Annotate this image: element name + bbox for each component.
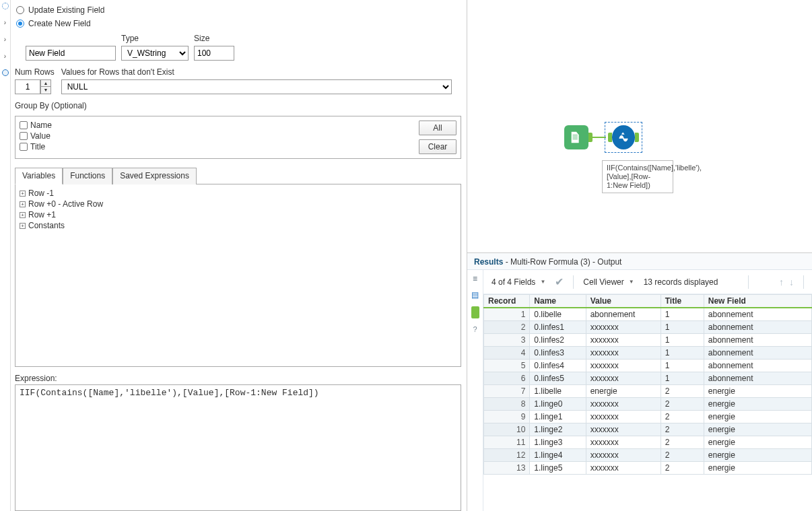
input-tool-icon	[564, 125, 588, 149]
expression-label: Expression:	[15, 374, 461, 383]
config-panel: Update Existing Field Create New Field T…	[11, 0, 467, 511]
expand-icon[interactable]: +	[20, 191, 26, 197]
cell-title: 1	[661, 372, 704, 385]
help-icon[interactable]: ?	[473, 325, 477, 333]
size-input[interactable]	[194, 46, 234, 61]
type-select[interactable]: V_WString	[121, 46, 189, 61]
panel-icon[interactable]: ▤	[471, 290, 479, 300]
col-header[interactable]: Title	[661, 295, 704, 308]
cell-title: 2	[661, 436, 704, 449]
expand-icon[interactable]: +	[20, 201, 26, 207]
cell-title: 1	[661, 334, 704, 347]
table-row[interactable]: 111.linge3xxxxxxx2energie	[484, 436, 812, 449]
selected-tool-node[interactable]	[605, 122, 642, 153]
table-row[interactable]: 20.linfes1xxxxxxx1abonnement	[484, 321, 812, 334]
cell-newfield: abonnement	[704, 360, 811, 372]
results-header: Results - Multi-Row Formula (3) - Output	[467, 253, 812, 270]
caret-icon[interactable]: ›	[4, 53, 6, 60]
output-anchor-icon[interactable]	[471, 306, 479, 318]
cell-name: 0.linfes3	[530, 347, 586, 360]
cell-record: 11	[484, 436, 530, 449]
cell-record: 13	[484, 462, 530, 475]
tree-item[interactable]: +Row +0 - Active Row	[20, 199, 456, 209]
radio-update-existing[interactable]: Update Existing Field	[16, 5, 454, 15]
cell-title: 2	[661, 398, 704, 411]
radio-create-new[interactable]: Create New Field	[16, 19, 454, 28]
cell-record: 9	[484, 411, 530, 423]
cell-value: xxxxxxx	[586, 462, 661, 475]
tree-item[interactable]: +Row -1	[20, 189, 456, 198]
clear-button[interactable]: Clear	[419, 139, 456, 154]
tree-item[interactable]: +Constants	[20, 221, 456, 230]
tool-node-input[interactable]	[564, 125, 606, 149]
table-row[interactable]: 30.linfes2xxxxxxx1abonnement	[484, 334, 812, 347]
cell-title: 1	[661, 347, 704, 360]
groupby-item[interactable]: Value	[20, 131, 412, 141]
tab-saved-expressions[interactable]: Saved Expressions	[112, 168, 197, 184]
arrow-up-icon[interactable]: ↑	[779, 277, 784, 287]
missing-select[interactable]: NULL	[61, 79, 452, 94]
caret-icon[interactable]: ›	[4, 36, 6, 43]
results-title: Results	[474, 257, 503, 267]
results-side-strip: ≡ ▤ ?	[467, 270, 483, 511]
col-header[interactable]: Name	[530, 295, 586, 308]
cell-record: 4	[484, 347, 530, 360]
table-row[interactable]: 40.linfes3xxxxxxx1abonnement	[484, 347, 812, 360]
table-row[interactable]: 121.linge4xxxxxxx2energie	[484, 449, 812, 462]
table-row[interactable]: 10.libelleabonnement1abonnement	[484, 308, 812, 321]
cell-viewer-dropdown[interactable]: Cell Viewer▼	[583, 277, 634, 287]
expand-icon[interactable]: +	[20, 223, 26, 229]
cell-name: 0.linfes5	[530, 372, 586, 385]
arrow-down-icon[interactable]: ↓	[789, 277, 794, 287]
tree-item[interactable]: +Row +1	[20, 210, 456, 219]
table-row[interactable]: 71.libelleenergie2energie	[484, 385, 812, 398]
cell-record: 6	[484, 372, 530, 385]
table-row[interactable]: 60.linfes5xxxxxxx1abonnement	[484, 372, 812, 385]
cell-value: xxxxxxx	[586, 360, 661, 372]
tab-variables[interactable]: Variables	[15, 168, 63, 184]
expression-tabs: Variables Functions Saved Expressions	[15, 167, 461, 184]
cell-newfield: abonnement	[704, 321, 811, 334]
table-row[interactable]: 91.linge1xxxxxxx2energie	[484, 411, 812, 423]
spin-down-icon[interactable]: ▼	[41, 87, 50, 94]
table-row[interactable]: 50.linfes4xxxxxxx1abonnement	[484, 360, 812, 372]
list-icon[interactable]: ≡	[473, 274, 477, 283]
cell-value: xxxxxxx	[586, 372, 661, 385]
cell-title: 1	[661, 321, 704, 334]
cell-name: 1.linge3	[530, 436, 586, 449]
all-button[interactable]: All	[419, 121, 456, 135]
variables-tree[interactable]: +Row -1 +Row +0 - Active Row +Row +1 +Co…	[15, 184, 461, 367]
cell-newfield: abonnement	[704, 347, 811, 360]
expand-icon[interactable]: +	[20, 212, 26, 218]
cell-name: 0.libelle	[530, 308, 586, 321]
workflow-canvas[interactable]: IIF(Contains([Name],'libelle'),[Value],[…	[467, 0, 812, 253]
table-row[interactable]: 81.linge0xxxxxxx2energie	[484, 398, 812, 411]
cell-value: xxxxxxx	[586, 449, 661, 462]
target-icon[interactable]	[2, 69, 9, 76]
spin-up-icon[interactable]: ▲	[41, 80, 50, 87]
col-header[interactable]: New Field	[704, 295, 811, 308]
table-row[interactable]: 101.linge2xxxxxxx2energie	[484, 423, 812, 436]
groupby-item[interactable]: Name	[20, 121, 412, 130]
expression-input[interactable]: IIF(Contains([Name],'libelle'),[Value],[…	[15, 384, 461, 511]
cell-record: 8	[484, 398, 530, 411]
table-row[interactable]: 131.linge5xxxxxxx2energie	[484, 462, 812, 475]
separator	[748, 275, 749, 289]
gear-icon[interactable]	[2, 3, 9, 9]
col-header[interactable]: Record	[484, 295, 530, 308]
new-field-name-input[interactable]	[26, 46, 116, 61]
cell-value: abonnement	[586, 308, 661, 321]
results-table[interactable]: Record Name Value Title New Field 10.lib…	[483, 294, 812, 475]
tab-functions[interactable]: Functions	[63, 168, 112, 184]
numrows-stepper[interactable]: ▲ ▼	[15, 79, 55, 94]
fields-dropdown[interactable]: 4 of 4 Fields▼	[492, 277, 545, 287]
groupby-item[interactable]: Title	[20, 142, 412, 151]
cell-value: xxxxxxx	[586, 334, 661, 347]
numrows-input[interactable]	[15, 79, 40, 94]
apply-icon[interactable]: ✔	[555, 275, 564, 288]
records-summary: 13 records displayed	[644, 277, 718, 287]
col-header[interactable]: Value	[586, 295, 661, 308]
caret-icon[interactable]: ›	[4, 19, 6, 26]
chevron-down-icon: ▼	[629, 279, 634, 285]
cell-newfield: energie	[704, 385, 811, 398]
